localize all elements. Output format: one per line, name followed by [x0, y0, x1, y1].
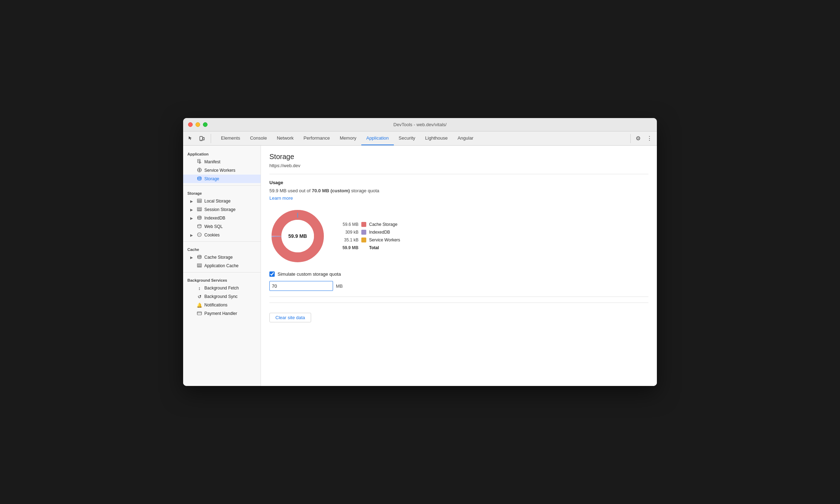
legend-value-cache: 59.6 MB — [337, 222, 358, 227]
panel-url: https://web.dev — [269, 163, 648, 168]
simulate-checkbox-row: Simulate custom storage quota — [269, 271, 648, 277]
svg-rect-20 — [197, 210, 202, 211]
sidebar-section-storage: Storage — [183, 188, 261, 197]
more-button[interactable]: ⋮ — [645, 134, 654, 143]
maximize-button[interactable] — [203, 122, 208, 127]
window-title: DevTools - web.dev/vitals/ — [393, 122, 447, 127]
tab-memory[interactable]: Memory — [335, 131, 361, 145]
svg-rect-18 — [197, 207, 202, 209]
quota-unit: MB — [336, 283, 343, 289]
indexeddb-icon — [197, 215, 202, 221]
sidebar-item-indexeddb[interactable]: ▶ IndexedDB — [183, 214, 261, 222]
divider-3 — [183, 272, 261, 272]
chart-legend: 59.6 MB Cache Storage 309 kB IndexedDB 3… — [337, 222, 400, 250]
sidebar-item-cookies[interactable]: ▶ Cookies — [183, 231, 261, 239]
toolbar: Elements Console Network Performance Mem… — [183, 131, 657, 146]
svg-rect-34 — [197, 312, 202, 315]
tab-performance[interactable]: Performance — [299, 131, 335, 145]
learn-more-link[interactable]: Learn more — [269, 195, 293, 201]
main-panel: Storage https://web.dev Usage 59.9 MB us… — [261, 146, 657, 386]
legend-color-cache — [361, 222, 366, 227]
svg-point-26 — [200, 234, 200, 234]
payment-handler-label: Payment Handler — [204, 311, 237, 316]
legend-value-indexed: 309 kB — [337, 230, 358, 235]
legend-label-total: Total — [369, 245, 379, 250]
minimize-button[interactable] — [196, 122, 200, 127]
simulate-checkbox[interactable] — [269, 271, 275, 277]
cookies-label: Cookies — [204, 233, 220, 238]
expand-arrow-local: ▶ — [190, 199, 194, 203]
sidebar-item-payment-handler[interactable]: Payment Handler — [183, 309, 261, 318]
usage-text-before: 59.9 MB used out of — [269, 188, 312, 193]
sidebar-section-application: Application — [183, 148, 261, 158]
session-storage-label: Session Storage — [204, 207, 235, 212]
usage-section-title: Usage — [269, 180, 648, 185]
storage-icon — [197, 176, 202, 182]
notifications-label: Notifications — [204, 303, 227, 307]
cache-storage-icon — [197, 254, 202, 260]
bg-sync-label: Background Sync — [204, 294, 238, 299]
divider-top — [269, 174, 648, 174]
svg-point-22 — [198, 217, 201, 218]
svg-rect-16 — [197, 200, 202, 201]
legend-label-sw: Service Workers — [369, 238, 400, 242]
close-button[interactable] — [188, 122, 193, 127]
sidebar-item-manifest[interactable]: Manifest — [183, 158, 261, 166]
sidebar-item-notifications[interactable]: 🔔 Notifications — [183, 301, 261, 309]
sidebar-section-bg-services: Background Services — [183, 275, 261, 284]
svg-point-27 — [199, 235, 199, 235]
panel-title: Storage — [269, 153, 648, 161]
sidebar-item-service-workers[interactable]: Service Workers — [183, 166, 261, 175]
settings-button[interactable]: ⚙ — [634, 134, 643, 143]
legend-row-indexeddb: 309 kB IndexedDB — [337, 230, 400, 235]
sidebar-item-app-cache[interactable]: Application Cache — [183, 262, 261, 270]
clear-site-data-button[interactable]: Clear site data — [269, 313, 311, 322]
svg-point-8 — [199, 169, 200, 171]
bottom-section: Clear site data — [269, 303, 648, 322]
inspect-icon[interactable] — [186, 134, 195, 143]
traffic-lights — [188, 122, 208, 127]
simulate-label[interactable]: Simulate custom storage quota — [278, 271, 341, 277]
device-toggle-icon[interactable] — [197, 134, 206, 143]
tab-console[interactable]: Console — [245, 131, 272, 145]
donut-label: 59.9 MB — [288, 233, 307, 239]
cookies-icon — [197, 232, 202, 238]
tab-security[interactable]: Security — [394, 131, 420, 145]
legend-row-cache-storage: 59.6 MB Cache Storage — [337, 222, 400, 227]
sidebar-item-bg-sync[interactable]: ↺ Background Sync — [183, 292, 261, 301]
sidebar-item-session-storage[interactable]: ▶ Session Storage — [183, 205, 261, 214]
legend-color-sw — [361, 238, 366, 242]
tab-angular[interactable]: Angular — [453, 131, 478, 145]
cache-storage-label: Cache Storage — [204, 255, 233, 260]
legend-row-sw: 35.1 kB Service Workers — [337, 238, 400, 242]
quota-input[interactable] — [269, 281, 333, 291]
svg-rect-31 — [197, 264, 202, 265]
svg-point-14 — [198, 178, 201, 179]
sidebar-item-bg-fetch[interactable]: ↕ Background Fetch — [183, 284, 261, 292]
legend-label-indexed: IndexedDB — [369, 230, 390, 235]
notifications-icon: 🔔 — [197, 303, 202, 308]
sidebar-item-storage[interactable]: Storage — [183, 175, 261, 183]
sidebar: Application Manifest Service Workers — [183, 146, 261, 386]
chart-area: 59.9 MB 59.6 MB Cache Storage 309 kB Ind… — [269, 208, 648, 264]
tab-lighthouse[interactable]: Lighthouse — [420, 131, 453, 145]
legend-row-total: 59.9 MB Total — [337, 245, 400, 250]
devtools-window: DevTools - web.dev/vitals/ Elements — [183, 118, 657, 386]
indexeddb-label: IndexedDB — [204, 216, 225, 221]
local-storage-label: Local Storage — [204, 199, 231, 204]
donut-chart: 59.9 MB — [269, 208, 326, 264]
usage-text-after: storage quota — [350, 188, 379, 193]
sidebar-section-cache: Cache — [183, 244, 261, 253]
expand-arrow-cache: ▶ — [190, 256, 194, 259]
divider-1 — [183, 185, 261, 186]
sidebar-item-web-sql[interactable]: Web SQL — [183, 222, 261, 231]
tab-application[interactable]: Application — [361, 131, 394, 145]
sidebar-item-cache-storage[interactable]: ▶ Cache Storage — [183, 253, 261, 262]
legend-label-cache: Cache Storage — [369, 222, 397, 227]
sidebar-item-local-storage[interactable]: ▶ Local Storage — [183, 197, 261, 205]
tab-elements[interactable]: Elements — [216, 131, 245, 145]
legend-value-total: 59.9 MB — [337, 245, 358, 250]
svg-rect-17 — [197, 202, 202, 203]
legend-color-indexed — [361, 230, 366, 235]
tab-network[interactable]: Network — [272, 131, 299, 145]
